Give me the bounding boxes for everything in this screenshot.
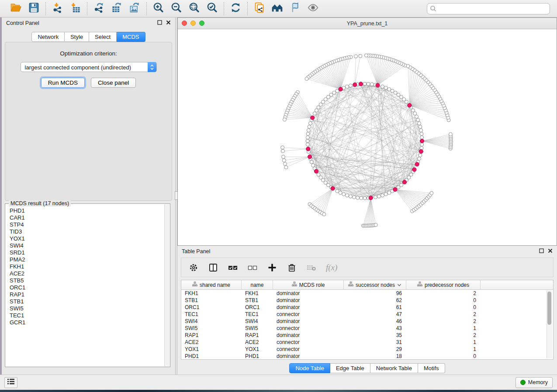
network-node[interactable] — [349, 84, 352, 87]
result-node[interactable]: PHD1 — [10, 207, 164, 214]
network-node[interactable] — [387, 191, 391, 195]
cell-shared-name[interactable]: SWI5 — [181, 325, 242, 331]
network-leaf-node[interactable] — [406, 65, 410, 68]
network-node[interactable] — [306, 139, 309, 143]
table-row[interactable]: TEC1TEC1connector472 — [181, 311, 553, 318]
table-row[interactable]: SWI4SWI4dominator462 — [181, 318, 553, 325]
cell-mcds-role[interactable]: connector — [273, 339, 344, 345]
cell-shared-name[interactable]: STB1 — [181, 297, 242, 303]
network-leaf-node[interactable] — [284, 165, 288, 169]
cell-successor-nodes[interactable]: 43 — [344, 325, 406, 331]
mcds-hub-node[interactable] — [339, 87, 343, 91]
show-columns-icon[interactable] — [208, 262, 218, 273]
network-node[interactable] — [413, 112, 417, 115]
tab-node-table[interactable]: Node Table — [289, 363, 330, 373]
network-node[interactable] — [416, 118, 420, 122]
float-panel-icon[interactable] — [539, 248, 544, 254]
network-node[interactable] — [374, 196, 377, 199]
refresh-button[interactable] — [230, 3, 242, 14]
mcds-hub-node[interactable] — [369, 196, 373, 200]
column-header-successor-nodes[interactable]: successor nodes — [344, 280, 406, 289]
trash-icon[interactable] — [287, 262, 297, 273]
cell-shared-name[interactable]: ORC1 — [181, 304, 242, 310]
network-leaf-node[interactable] — [322, 213, 326, 216]
tab-mcds[interactable]: MCDS — [117, 32, 145, 42]
mcds-hub-node[interactable] — [376, 83, 380, 87]
network-node[interactable] — [384, 86, 387, 89]
cell-successor-nodes[interactable]: 47 — [344, 311, 406, 317]
network-node[interactable] — [349, 195, 352, 198]
network-node[interactable] — [419, 129, 423, 132]
tab-select[interactable]: Select — [89, 32, 117, 42]
float-panel-icon[interactable] — [157, 20, 162, 26]
network-node[interactable] — [308, 125, 311, 128]
network-node[interactable] — [419, 125, 422, 128]
zoom-selected-button[interactable] — [206, 3, 218, 14]
cell-predecessor-nodes[interactable]: 0 — [406, 304, 481, 310]
network-node[interactable] — [306, 136, 309, 139]
table-scrollbar-thumb[interactable] — [547, 292, 551, 325]
network-node[interactable] — [419, 154, 422, 157]
network-node[interactable] — [336, 189, 339, 193]
cell-name[interactable]: STB1 — [242, 297, 273, 303]
network-node[interactable] — [367, 82, 370, 86]
cell-mcds-role[interactable]: dominator — [273, 304, 344, 310]
cell-successor-nodes[interactable]: 46 — [344, 318, 406, 324]
network-node[interactable] — [313, 112, 316, 115]
cell-successor-nodes[interactable]: 61 — [344, 304, 406, 310]
save-session-button[interactable] — [28, 3, 40, 14]
network-leaf-node[interactable] — [305, 77, 308, 80]
network-node[interactable] — [346, 194, 349, 197]
cell-mcds-role[interactable]: connector — [273, 346, 344, 352]
cell-predecessor-nodes[interactable]: 2 — [406, 290, 481, 296]
cell-shared-name[interactable]: TEC1 — [181, 311, 242, 317]
table-row[interactable]: YOX1YOX1connector291 — [181, 346, 553, 353]
cell-mcds-role[interactable]: connector — [273, 325, 344, 331]
tab-network-table[interactable]: Network Table — [370, 363, 418, 373]
network-leaf-node[interactable] — [449, 133, 452, 136]
result-node[interactable]: TID3 — [10, 228, 164, 235]
add-column-icon[interactable] — [267, 262, 277, 273]
tab-edge-table[interactable]: Edge Table — [330, 363, 370, 373]
table-scrollbar[interactable] — [547, 290, 552, 358]
network-leaf-node[interactable] — [281, 149, 284, 153]
import-table-button[interactable] — [69, 3, 81, 14]
network-node[interactable] — [387, 88, 391, 91]
maximize-window-icon[interactable] — [199, 21, 204, 26]
table-row[interactable]: STB1STB1dominator620 — [181, 297, 553, 304]
tab-style[interactable]: Style — [65, 32, 89, 42]
network-node[interactable] — [342, 193, 346, 196]
column-header-name[interactable]: name — [242, 280, 273, 289]
cell-successor-nodes[interactable]: 31 — [344, 339, 406, 345]
network-node[interactable] — [308, 122, 312, 125]
network-node[interactable] — [400, 183, 403, 187]
mcds-hub-node[interactable] — [420, 139, 424, 143]
result-node[interactable]: ORC1 — [10, 284, 164, 291]
mcds-hub-node[interactable] — [311, 116, 315, 120]
network-node[interactable] — [370, 83, 374, 86]
result-node[interactable]: STP4 — [10, 221, 164, 228]
zoom-in-button[interactable] — [152, 3, 164, 14]
result-node[interactable]: SWI5 — [10, 305, 164, 312]
result-node[interactable]: PMA2 — [10, 256, 164, 263]
run-mcds-button[interactable]: Run MCDS — [41, 78, 85, 88]
table-row[interactable]: ACE2ACE2connector311 — [181, 339, 553, 346]
network-node[interactable] — [394, 91, 397, 94]
tab-motifs[interactable]: Motifs — [418, 363, 445, 373]
mcds-hub-node[interactable] — [402, 180, 406, 184]
open-file-button[interactable] — [10, 3, 22, 14]
network-node[interactable] — [363, 82, 367, 86]
mcds-hub-node[interactable] — [419, 149, 423, 153]
zoom-fit-button[interactable] — [188, 3, 200, 14]
result-node[interactable]: STB1 — [10, 298, 164, 305]
mcds-hub-node[interactable] — [308, 155, 312, 159]
cell-name[interactable]: TEC1 — [242, 311, 273, 317]
cell-name[interactable]: SWI4 — [242, 318, 273, 324]
first-neighbors-button[interactable] — [271, 3, 283, 14]
table-row[interactable]: PHD1PHD1dominator180 — [181, 353, 553, 360]
mcds-hub-node[interactable] — [412, 168, 416, 172]
cell-name[interactable]: YOX1 — [242, 346, 273, 352]
network-node[interactable] — [360, 196, 363, 200]
network-leaf-node[interactable] — [283, 162, 287, 165]
network-node[interactable] — [310, 160, 313, 164]
